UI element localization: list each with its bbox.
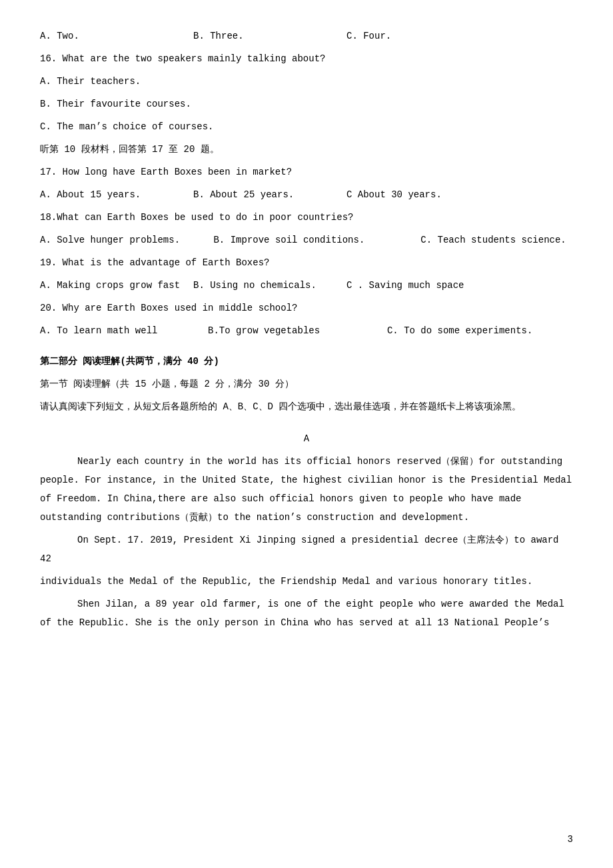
q18-stem: 18.What can Earth Boxes be used to do in…	[40, 208, 573, 227]
passage-a-p2: On Sept. 17. 2019, President Xi Jinping …	[40, 531, 573, 568]
q17-option-a: A. About 15 years.	[40, 185, 187, 204]
q17-option-c: C About 30 years.	[346, 185, 480, 204]
q18-options-row: A. Solve hunger problems. B. Improve soi…	[40, 231, 573, 249]
q20-stem: 20. Why are Earth Boxes used in middle s…	[40, 299, 573, 317]
q19-stem: 19. What is the advantage of Earth Boxes…	[40, 253, 573, 272]
q15-option-c: C. Four.	[346, 27, 480, 45]
q18-option-b: B. Improve soil conditions.	[213, 235, 364, 245]
page-content: A. Two. B. Three. C. Four. 16. What are …	[40, 27, 573, 632]
q19-option-a: A. Making crops grow fast	[40, 276, 187, 295]
q16-option-c: C. The man’s choice of courses.	[40, 117, 573, 136]
q19-option-c: C . Saving much space	[346, 276, 480, 295]
q15-option-a: A. Two.	[40, 27, 187, 45]
q17-option-b: B. About 25 years.	[193, 185, 340, 204]
q17-options-row: A. About 15 years. B. About 25 years. C …	[40, 185, 573, 204]
q17-stem: 17. How long have Earth Boxes been in ma…	[40, 163, 573, 181]
passage-a-p3: Shen Jilan, a 89 year old farmer, is one…	[40, 595, 573, 632]
q19-options-row: A. Making crops grow fast B. Using no ch…	[40, 276, 573, 295]
q18-option-a: A. Solve hunger problems.	[40, 235, 180, 245]
q18-option-c: C. Teach students science.	[420, 235, 566, 245]
part2-header: 第二部分 阅读理解(共两节，满分 40 分)	[40, 352, 573, 371]
q16-option-b: B. Their favourite courses.	[40, 95, 573, 113]
passage-a-p2b: individuals the Medal of the Republic, t…	[40, 572, 573, 591]
page-number: 3	[568, 831, 573, 848]
passage-a-label: A	[40, 429, 573, 448]
q19-option-b: B. Using no chemicals.	[193, 276, 340, 295]
q20-option-b: B.To grow vegetables	[208, 325, 320, 336]
passage-a-p1: Nearly each country in the world has its…	[40, 452, 573, 527]
part2-section1: 第一节 阅读理解（共 15 小题，每题 2 分，满分 30 分）	[40, 375, 573, 393]
section10-header: 听第 10 段材料，回答第 17 至 20 题。	[40, 140, 573, 159]
q20-option-c: C. To do some experiments.	[387, 325, 532, 336]
part2-instruction: 请认真阅读下列短文，从短文后各题所给的 A、B、C、D 四个选项中，选出最佳选项…	[40, 397, 573, 416]
q16-stem: 16. What are the two speakers mainly tal…	[40, 49, 573, 68]
q20-options-row: A. To learn math well B.To grow vegetabl…	[40, 321, 573, 340]
q16-option-a: A. Their teachers.	[40, 72, 573, 91]
q20-option-a: A. To learn math well	[40, 325, 157, 336]
q15-options-row: A. Two. B. Three. C. Four.	[40, 27, 573, 45]
q15-option-b: B. Three.	[193, 27, 340, 45]
